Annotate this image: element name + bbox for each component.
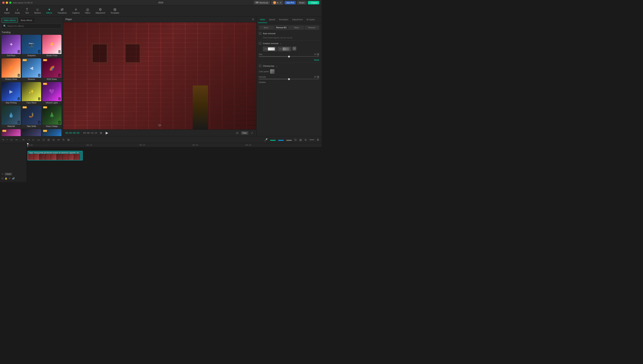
zoom-out-button[interactable]: ⊖ [304, 138, 307, 142]
settings-button[interactable]: ⚙ [316, 138, 320, 142]
custom-removal-row: Custom removal ⌄ [259, 42, 319, 45]
grid-view-button[interactable]: ⊞ [99, 131, 103, 135]
effect-reverse[interactable]: Pro ◀ ↓ Reverse [22, 58, 41, 81]
tab-ai-stylize[interactable]: AI stylize [305, 16, 317, 23]
stickers-icon: ☺ [36, 8, 39, 11]
split-screen-button[interactable]: ⊡ [293, 138, 297, 142]
effect-slit-lighting[interactable]: 💡 ↓ Slit Lighting [22, 129, 41, 136]
share-button[interactable]: Share [297, 1, 306, 4]
auto-removal-checkbox[interactable] [259, 32, 261, 35]
sub-tab-remove-bg[interactable]: Remove BG [274, 26, 289, 30]
effect-step-printing[interactable]: ▶ ↓ Step Printing [2, 82, 21, 104]
shortcuts-button[interactable]: ⌨ Shortcuts [254, 1, 270, 4]
delete-head-button[interactable]: ⊣ [27, 138, 31, 142]
effect-rgb-shake[interactable]: Pro 🌈 ↓ RGB Shake [42, 58, 62, 81]
pencil-icon[interactable]: ✎ [2, 173, 4, 176]
rotate-tool[interactable]: ↻ [62, 138, 66, 142]
tab-adjustment[interactable]: Adjustment [290, 16, 305, 23]
video-clip[interactable]: Vape. Young pretty girl blonde smokes an… [28, 151, 83, 160]
eye-icon[interactable]: 👁 [9, 177, 11, 180]
cover-label[interactable]: Cover [5, 173, 12, 176]
tab-video[interactable]: Video [258, 16, 267, 23]
split-view-tool[interactable]: ⊟ [47, 138, 51, 142]
mic-button[interactable]: 🎤 [263, 138, 268, 142]
crop-tool[interactable]: ▭ [37, 138, 41, 142]
sub-tab-mask[interactable]: Mask [289, 26, 304, 30]
tab-animation[interactable]: Animation [277, 16, 290, 23]
effect-strobe-pulse[interactable]: ⚡ ↓ Strobe Pulse [42, 35, 62, 57]
toolbar-item-templates[interactable]: ⊞ Templates [108, 5, 122, 16]
shield-tool[interactable]: ⬡ [42, 138, 46, 142]
play-button[interactable]: ▶ [105, 131, 109, 135]
toolbar-item-stickers[interactable]: ☺ Stickers [31, 5, 44, 16]
video-track-button[interactable]: ▬▬ [277, 138, 284, 142]
mirror-tool[interactable]: ⇌ [57, 138, 61, 142]
intensity-increment[interactable]: + [317, 76, 319, 78]
redo-button[interactable]: ↪ [15, 138, 18, 142]
text-track-button[interactable]: ▬▬ [285, 138, 292, 142]
chroma-key-checkbox[interactable] [259, 64, 261, 67]
close-button[interactable] [2, 2, 5, 4]
export-button[interactable]: ↑ Export [308, 1, 319, 4]
select-tool[interactable]: ↖ [2, 138, 5, 142]
toolbar-item-audio[interactable]: ♪ Audio [12, 5, 23, 16]
effect-flickery-shots[interactable]: 🔆 ↓ Flickery Shots [2, 58, 21, 81]
refresh-icon[interactable]: ⟳ [158, 123, 161, 128]
effect-infrared-lights[interactable]: Pro 💜 ↓ Infrared Lights [42, 82, 62, 104]
add-removal-button[interactable]: + [292, 47, 296, 50]
apply-button[interactable]: Apply [314, 59, 319, 61]
split-button[interactable]: ✂ [22, 138, 26, 142]
search-bar[interactable]: 🔍 [2, 24, 62, 28]
tab-speed[interactable]: Speed [267, 16, 277, 23]
toolbar-item-import[interactable]: ⬇ Import [2, 5, 12, 16]
effect-spinning-focus[interactable]: Pro 🌀 ↓ Spinning Focus [2, 129, 21, 136]
pro-badge: Pro [43, 59, 47, 61]
toolbar-item-filters[interactable]: ◎ Filters [82, 5, 93, 16]
caption-track-button[interactable]: ▤ [298, 138, 302, 142]
intensity-slider[interactable] [259, 79, 319, 79]
minimize-button[interactable] [6, 2, 8, 4]
crop-button-2[interactable]: ⊞ [67, 138, 70, 142]
fullscreen-button[interactable]: ⤢ [250, 131, 254, 135]
left-panel: Video effects Body effects 🔍 Trending ✦ … [0, 16, 63, 136]
loop-tool[interactable]: ⊙ [52, 138, 56, 142]
effect-waterfall[interactable]: 💧 ↓ Waterfall [2, 106, 21, 128]
body-effects-tab[interactable]: Body effects [19, 18, 34, 22]
trending-title: Trending [2, 31, 62, 34]
video-effects-tab[interactable]: Video effects [2, 18, 18, 22]
sub-tab-basic[interactable]: Basic [259, 26, 274, 30]
download-icon: ↓ [18, 50, 20, 53]
sub-tab-retouch[interactable]: Retouch [304, 26, 319, 30]
size-slider[interactable] [259, 56, 319, 57]
crop-button[interactable]: ⊡ [235, 131, 239, 135]
toolbar-item-captions[interactable]: ≡ Captions [70, 5, 82, 16]
player-panel: Player ☰ ⟳ 00:00:00:00 00:00:16:14 ⊞ ▶ [63, 16, 256, 136]
toolbar-item-effects[interactable]: ✦ Effects [44, 5, 55, 16]
audio-icon[interactable]: 🔊 [12, 177, 15, 180]
toolbar-item-adjustment[interactable]: ⚙ Adjustment [93, 5, 108, 16]
timeline-toolbar: ↖ ▼ ↩ ↪ ✂ ⊣ ⊢ ▭ ⬡ ⊟ ⊙ ⇌ ↻ ⊞ 🎤 ▬▬ ▬▬ ▬▬ ⊡… [0, 136, 322, 143]
join-pro-button[interactable]: Join Pro [284, 1, 296, 4]
delete-tail-button[interactable]: ⊢ [32, 138, 36, 142]
search-input[interactable] [7, 25, 60, 27]
undo-button[interactable]: ↩ [10, 138, 14, 142]
audio-track-button[interactable]: ▬▬ [269, 138, 276, 142]
transitions-icon: ⇄ [61, 8, 64, 11]
download-icon: ↓ [18, 74, 20, 77]
size-label: Size [259, 53, 262, 56]
effect-god-rays[interactable]: ✦ ↓ God Rays [2, 35, 21, 57]
lock-icon[interactable]: 🔒 [5, 177, 8, 180]
toolbar-item-transitions[interactable]: ⇄ Transitions [55, 5, 70, 16]
toolbar-item-text[interactable]: T Text [23, 5, 31, 16]
color-swatch[interactable] [270, 69, 275, 74]
effect-thunderbolt-2[interactable]: Pro ⚡ ↓ Thunderbolt 2 [42, 129, 62, 136]
custom-removal-checkbox[interactable] [259, 42, 261, 45]
effect-fairy-wand[interactable]: ✨ ↓ Fairy Wand [22, 82, 41, 104]
player-menu-icon[interactable]: ☰ [252, 18, 254, 21]
effect-xmas-collage[interactable]: Pro 🎄 ↓ Xmas Collage [42, 106, 62, 128]
ratio-button[interactable]: Ratio [241, 131, 248, 134]
effect-snapshot[interactable]: 📷 ↓ Snapshot [22, 35, 41, 57]
size-increment[interactable]: + [317, 53, 319, 56]
maximize-button[interactable] [9, 2, 12, 4]
effect-take-selfie[interactable]: Pro 🤳 ↓ Take Selfie [22, 106, 41, 128]
